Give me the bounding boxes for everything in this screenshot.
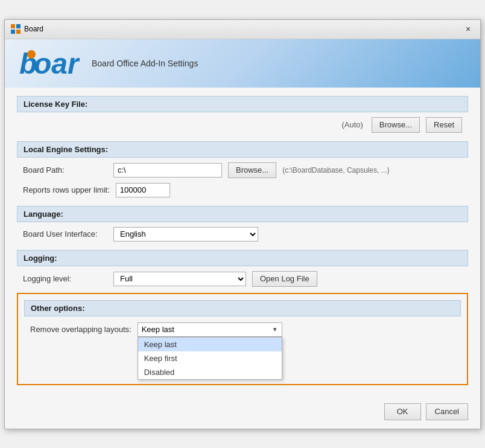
main-dialog: Board × b oard Board Office Add-In Setti… <box>4 19 481 429</box>
board-path-row: Board Path: Browse... (c:\BoardDatabase,… <box>17 162 468 178</box>
overlap-dropdown-container: Keep last Keep first Disabled Keep last … <box>138 322 282 337</box>
logo-svg: b oard <box>19 48 80 78</box>
language-section-header: Language: <box>17 206 468 222</box>
close-button[interactable]: × <box>462 23 474 35</box>
dropdown-item-keep-first[interactable]: Keep first <box>138 351 282 365</box>
language-row: Board User Interface: English French Ger… <box>17 227 468 242</box>
license-section-header: License Key File: <box>17 96 468 112</box>
other-options-header: Other options: <box>24 300 461 316</box>
license-browse-button[interactable]: Browse... <box>372 117 420 133</box>
logging-level-select[interactable]: Full Medium Low None <box>113 272 246 286</box>
dropdown-item-keep-last[interactable]: Keep last <box>138 338 282 351</box>
other-options-section: Other options: Remove overlapping layout… <box>17 293 468 385</box>
overlap-label: Remove overlapping layouts: <box>30 325 132 334</box>
license-row: (Auto) Browse... Reset <box>17 117 468 133</box>
rows-limit-label: Reports rows upper limit: <box>23 185 110 194</box>
window-title: Board <box>24 25 43 33</box>
board-path-browse-button[interactable]: Browse... <box>228 162 276 178</box>
svg-rect-0 <box>11 24 15 28</box>
local-engine-section-header: Local Engine Settings: <box>17 141 468 158</box>
dropdown-item-disabled[interactable]: Disabled <box>138 365 282 379</box>
title-bar-icon <box>11 24 21 34</box>
logging-row: Logging level: Full Medium Low None Open… <box>17 271 468 287</box>
ok-button[interactable]: OK <box>384 403 421 420</box>
header-subtitle: Board Office Add-In Settings <box>92 59 198 68</box>
settings-content: License Key File: (Auto) Browse... Reset… <box>5 96 480 397</box>
language-ui-label: Board User Interface: <box>23 229 107 238</box>
dialog-footer: OK Cancel <box>5 397 480 429</box>
svg-rect-3 <box>16 30 21 34</box>
board-path-hint: (c:\BoardDatabase, Capsules, ...) <box>282 166 389 174</box>
logging-section-header: Logging: <box>17 250 468 266</box>
title-bar: Board × <box>5 20 480 39</box>
dropdown-selected[interactable]: Keep last ▼ <box>138 322 282 337</box>
header-banner: b oard Board Office Add-In Settings <box>5 39 480 88</box>
license-auto-text: (Auto) <box>341 120 363 129</box>
board-path-input[interactable] <box>113 163 222 178</box>
language-select[interactable]: English French German Italian Spanish <box>113 227 258 242</box>
cancel-button[interactable]: Cancel <box>426 403 468 420</box>
overlap-dropdown-menu: Keep last Keep first Disabled <box>138 337 282 380</box>
rows-limit-row: Reports rows upper limit: <box>17 183 468 197</box>
title-bar-left: Board <box>11 24 43 34</box>
svg-rect-2 <box>11 30 15 34</box>
board-logo: b oard <box>19 48 80 78</box>
open-log-file-button[interactable]: Open Log File <box>252 271 317 287</box>
svg-text:oard: oard <box>34 48 80 78</box>
dropdown-arrow-icon: ▼ <box>272 326 278 333</box>
svg-rect-1 <box>16 24 21 28</box>
overlap-row: Remove overlapping layouts: Keep last Ke… <box>24 322 461 337</box>
dropdown-selected-text: Keep last <box>142 325 174 334</box>
logging-level-label: Logging level: <box>23 274 107 283</box>
custom-dropdown[interactable]: Keep last ▼ Keep last Keep first Disable… <box>138 322 282 337</box>
board-path-label: Board Path: <box>23 165 107 174</box>
rows-limit-input[interactable] <box>116 183 170 197</box>
license-reset-button[interactable]: Reset <box>426 117 462 133</box>
